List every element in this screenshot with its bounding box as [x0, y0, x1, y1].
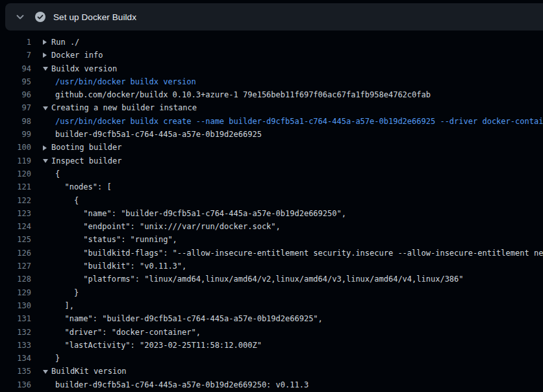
log-text: "name": "builder-d9cfb5a1-c764-445a-a57e…	[55, 312, 323, 325]
log-line: 98 /usr/bin/docker buildx create --name …	[0, 115, 543, 128]
log-line: 133 "lastActivity": "2023-02-25T11:58:12…	[0, 339, 543, 352]
step-success-check-icon	[35, 12, 45, 22]
log-line: 128 "platforms": "linux/amd64,linux/amd6…	[0, 273, 543, 286]
line-number[interactable]: 125	[0, 233, 31, 246]
line-number[interactable]: 121	[0, 180, 31, 193]
log-line: 129 }	[0, 286, 543, 299]
chevron-right-icon[interactable]	[43, 40, 51, 45]
log-text: BuildKit version	[51, 365, 127, 378]
log-line[interactable]: 97 Creating a new builder instance	[0, 101, 543, 114]
log-text: Docker info	[51, 49, 103, 62]
line-number[interactable]: 119	[0, 154, 31, 167]
log-line: 125 "status": "running",	[0, 233, 543, 246]
log-text: /usr/bin/docker buildx create --name bui…	[55, 115, 543, 128]
line-number[interactable]: 134	[0, 352, 31, 365]
line-number[interactable]: 122	[0, 194, 31, 207]
log-text: {	[55, 167, 60, 180]
log-line[interactable]: 100 Booting builder	[0, 141, 543, 154]
line-number[interactable]: 120	[0, 167, 31, 180]
log-line: 134 }	[0, 352, 543, 365]
log-text: "status": "running",	[55, 233, 177, 246]
chevron-down-icon	[15, 12, 25, 22]
log-line: 120 {	[0, 167, 543, 180]
log-text: "buildkitd-flags": "--allow-insecure-ent…	[55, 247, 543, 260]
step-header[interactable]: Set up Docker Buildx	[5, 3, 543, 31]
chevron-down-icon[interactable]	[43, 67, 51, 71]
line-number[interactable]: 128	[0, 273, 31, 286]
log-text: "driver": "docker-container",	[55, 326, 201, 339]
log-line[interactable]: 119 Inspect builder	[0, 154, 543, 167]
log-line: 95 /usr/bin/docker buildx version	[0, 75, 543, 88]
line-number[interactable]: 135	[0, 365, 31, 378]
log-line: 99 builder-d9cfb5a1-c764-445a-a57e-0b19d…	[0, 128, 543, 141]
log-text: Booting builder	[51, 141, 121, 154]
line-number[interactable]: 129	[0, 286, 31, 299]
line-number[interactable]: 97	[0, 101, 31, 114]
log-line[interactable]: 1 Run ./	[0, 36, 543, 49]
line-number[interactable]: 98	[0, 115, 31, 128]
line-number[interactable]: 130	[0, 299, 31, 312]
line-number[interactable]: 96	[0, 88, 31, 101]
log-text: builder-d9cfb5a1-c764-445a-a57e-0b19d2e6…	[55, 378, 309, 391]
log-text: ],	[55, 299, 74, 312]
line-number[interactable]: 1	[0, 36, 31, 49]
log-line[interactable]: 94 Buildx version	[0, 62, 543, 75]
log-line[interactable]: 7 Docker info	[0, 49, 543, 62]
chevron-right-icon[interactable]	[43, 53, 51, 58]
line-number[interactable]: 123	[0, 207, 31, 220]
log-text: "nodes": [	[55, 180, 112, 193]
line-number[interactable]: 127	[0, 260, 31, 273]
log-line: 127 "buildkit": "v0.11.3",	[0, 260, 543, 273]
chevron-down-icon[interactable]	[43, 370, 51, 374]
log-line: 132 "driver": "docker-container",	[0, 326, 543, 339]
log-line: 131 "name": "builder-d9cfb5a1-c764-445a-…	[0, 312, 543, 325]
chevron-right-icon[interactable]	[43, 145, 51, 151]
log-text: {	[55, 194, 79, 207]
log-text: }	[55, 352, 60, 365]
line-number[interactable]: 94	[0, 62, 31, 75]
log-text: "lastActivity": "2023-02-25T11:58:12.000…	[55, 339, 262, 352]
log-line: 124 "endpoint": "unix:///var/run/docker.…	[0, 220, 543, 233]
log-line: 96 github.com/docker/buildx 0.10.3+azure…	[0, 88, 543, 101]
collapse-step-button[interactable]	[13, 10, 27, 24]
line-number[interactable]: 136	[0, 378, 31, 391]
log-text: "buildkit": "v0.11.3",	[55, 260, 186, 273]
log-text: "name": "builder-d9cfb5a1-c764-445a-a57e…	[55, 207, 346, 220]
line-number[interactable]: 133	[0, 339, 31, 352]
line-number[interactable]: 132	[0, 326, 31, 339]
log-line: 126 "buildkitd-flags": "--allow-insecure…	[0, 247, 543, 260]
log-text: Inspect builder	[51, 154, 121, 167]
line-number[interactable]: 95	[0, 75, 31, 88]
log-text: Buildx version	[51, 62, 117, 75]
log-line: 136 builder-d9cfb5a1-c764-445a-a57e-0b19…	[0, 378, 543, 391]
log-text: github.com/docker/buildx 0.10.3+azure-1 …	[55, 88, 431, 101]
log-text: Run ./	[51, 36, 79, 49]
log-line: 122 {	[0, 194, 543, 207]
log-area: 1 Run ./ 7 Docker info 94 Buildx version…	[0, 31, 543, 392]
log-text: }	[55, 286, 79, 299]
step-title: Set up Docker Buildx	[53, 12, 136, 22]
chevron-down-icon[interactable]	[43, 159, 51, 163]
log-line: 130 ],	[0, 299, 543, 312]
log-text: Creating a new builder instance	[51, 101, 197, 114]
log-text: "endpoint": "unix:///var/run/docker.sock…	[55, 220, 281, 233]
chevron-down-icon[interactable]	[43, 106, 51, 110]
log-text: "platforms": "linux/amd64,linux/amd64/v2…	[55, 273, 464, 286]
line-number[interactable]: 99	[0, 128, 31, 141]
line-number[interactable]: 124	[0, 220, 31, 233]
log-text: /usr/bin/docker buildx version	[55, 75, 196, 88]
log-line: 123 "name": "builder-d9cfb5a1-c764-445a-…	[0, 207, 543, 220]
log-line: 121 "nodes": [	[0, 180, 543, 193]
line-number[interactable]: 126	[0, 247, 31, 260]
line-number[interactable]: 100	[0, 141, 31, 154]
log-line[interactable]: 135 BuildKit version	[0, 365, 543, 378]
line-number[interactable]: 131	[0, 312, 31, 325]
line-number[interactable]: 7	[0, 49, 31, 62]
log-text: builder-d9cfb5a1-c764-445a-a57e-0b19d2e6…	[55, 128, 262, 141]
